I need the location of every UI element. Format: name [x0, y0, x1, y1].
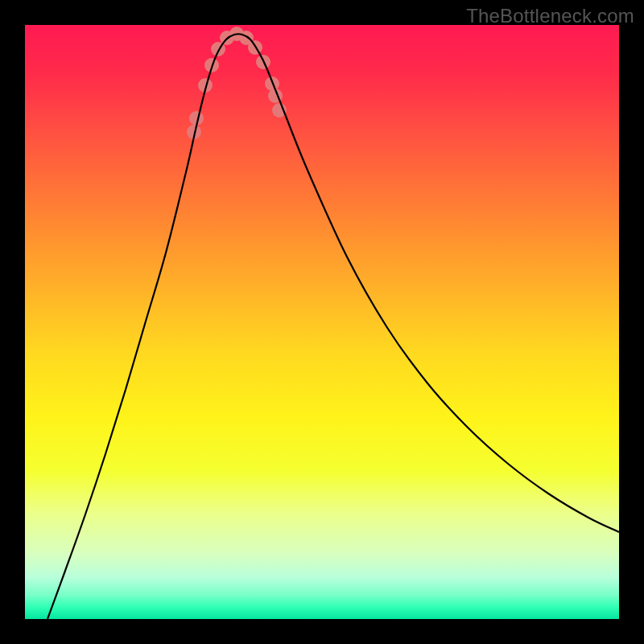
chart-svg	[25, 25, 619, 619]
bottleneck-curve	[47, 34, 619, 619]
plot-area	[25, 25, 619, 619]
watermark-text: TheBottleneck.com	[466, 5, 634, 27]
chart-frame: TheBottleneck.com	[0, 0, 644, 644]
markers-group	[187, 27, 287, 139]
